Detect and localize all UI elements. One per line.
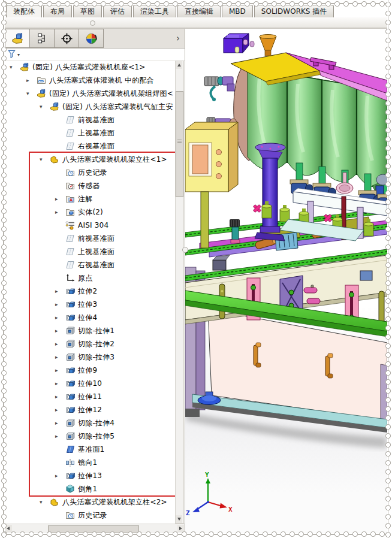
tree-item[interactable]: ▸A注解 <box>5 192 185 205</box>
ribbon-tab[interactable]: SOLIDWORKS 插件 <box>254 5 334 17</box>
tree-item-label: 拉伸13 <box>78 471 102 481</box>
tree-item[interactable]: ▸拉伸11 <box>5 390 185 403</box>
horizontal-scroll-thumb[interactable] <box>48 525 139 533</box>
machine-3d-model: Y X Z <box>185 29 387 533</box>
expand-arrow-icon[interactable]: ▾ <box>40 156 50 162</box>
tree-item-label: 拉伸11 <box>78 392 102 402</box>
tree-item[interactable]: ▾八头活塞式灌装机机架立柱<2> <box>5 495 185 509</box>
expand-arrow-icon[interactable]: ▸ <box>55 420 65 426</box>
ribbon-tab[interactable]: 装配体 <box>6 5 42 17</box>
tree-item[interactable]: ▸拉伸3 <box>5 298 185 311</box>
ribbon-tab[interactable]: 草图 <box>73 5 102 17</box>
ribbon-tab[interactable]: 渲染工具 <box>133 5 176 17</box>
tree-item-label: 上视基准面 <box>78 128 114 138</box>
expand-arrow-icon[interactable]: ▸ <box>55 288 65 294</box>
tree-item[interactable]: AISI 304 <box>5 219 185 232</box>
tree-item[interactable]: 原点 <box>5 271 185 285</box>
tree-item[interactable]: 基准面1 <box>5 443 185 456</box>
tree-item[interactable]: ▸切除-拉伸2 <box>5 337 185 350</box>
tree-item[interactable]: ▸拉伸12 <box>5 403 185 416</box>
tree-item[interactable]: ▾(固定) 八头活塞式灌装机机架组焊图< <box>5 87 185 100</box>
tree-item[interactable]: 倒角1 <box>5 482 185 495</box>
expand-arrow-icon[interactable]: ▾ <box>40 499 50 505</box>
panel-tab[interactable] <box>55 29 79 48</box>
tree-item[interactable]: 镜向1 <box>5 456 185 469</box>
ribbon-tab[interactable]: MBD <box>222 5 253 17</box>
triad-x-label: X <box>228 506 233 513</box>
expand-arrow-icon[interactable]: ▸ <box>26 77 37 83</box>
tree-item-label: 拉伸4 <box>78 313 97 323</box>
scroll-left-button[interactable] <box>5 525 12 532</box>
tree-item[interactable]: ▸八头活塞式液体灌装机 中的配合 <box>5 74 185 87</box>
tree-item[interactable]: ▸拉伸10 <box>5 377 185 390</box>
ribbon-splitter-handle[interactable] <box>90 20 95 26</box>
tree-item[interactable]: ▾(固定) 八头活塞式灌装机气缸主安 <box>5 100 185 113</box>
plane-icon <box>65 234 75 243</box>
tree-item[interactable]: ▸切除-拉伸5 <box>5 430 185 443</box>
graphics-viewport[interactable]: Y X Z <box>185 29 387 533</box>
tree-item-label: 注解 <box>78 194 92 204</box>
filter-funnel-icon[interactable] <box>7 49 16 61</box>
expand-arrow-icon[interactable]: ▸ <box>55 315 65 321</box>
tree-item-label: 拉伸3 <box>78 300 97 310</box>
tree-item[interactable]: ▸拉伸13 <box>5 469 185 482</box>
tree-item-label: 切除-拉伸5 <box>78 431 114 442</box>
expand-arrow-icon[interactable]: ▸ <box>55 301 65 307</box>
tree-item[interactable]: ▸切除-拉伸4 <box>5 416 185 430</box>
tree-item-label: 右视基准面 <box>78 260 114 270</box>
tree-item[interactable]: ▾(固定) 八头活塞式灌装机机座<1> <box>5 61 185 74</box>
expand-arrow-icon[interactable]: ▸ <box>55 367 65 373</box>
tree-item[interactable]: ▾八头活塞式灌装机机架立柱<1> <box>5 153 185 166</box>
expand-arrow-icon[interactable]: ▾ <box>40 104 50 110</box>
sensors-icon <box>65 181 75 191</box>
tree-item[interactable]: ▸切除-拉伸1 <box>5 324 185 337</box>
tree-item[interactable]: 前视基准面 <box>5 113 185 126</box>
tree-item[interactable]: 前视基准面 <box>5 232 185 245</box>
tree-item[interactable]: 历史记录 <box>5 509 185 522</box>
tree-horizontal-scrollbar[interactable] <box>5 524 185 533</box>
expand-arrow-icon[interactable]: ▸ <box>55 407 65 413</box>
panel-tab[interactable] <box>30 29 55 48</box>
expand-arrow-icon[interactable]: ▸ <box>55 354 65 360</box>
expand-arrow-icon[interactable]: ▸ <box>55 341 65 347</box>
expand-arrow-icon[interactable]: ▾ <box>10 64 20 70</box>
expand-arrow-icon[interactable]: ▸ <box>55 328 65 334</box>
expand-arrow-icon[interactable]: ▸ <box>55 196 65 202</box>
tree-item[interactable]: ▸拉伸4 <box>5 311 185 324</box>
tree-item-label: 原点 <box>78 273 92 283</box>
expand-arrow-icon[interactable]: ▸ <box>55 394 65 400</box>
expand-arrow-icon[interactable]: ▸ <box>55 433 65 439</box>
expand-arrow-icon[interactable]: ▸ <box>55 209 65 215</box>
tree-item-label: 拉伸2 <box>78 286 97 297</box>
coordinate-triad: Y X Z <box>186 471 233 517</box>
panel-tab[interactable] <box>79 29 104 48</box>
tree-item[interactable]: ▸实体(2) <box>5 205 185 219</box>
tree-item[interactable]: 右视基准面 <box>5 140 185 153</box>
expand-arrow-icon[interactable]: ▸ <box>55 473 65 479</box>
tree-item[interactable]: 右视基准面 <box>5 258 185 271</box>
tree-item[interactable]: 上视基准面 <box>5 126 185 140</box>
panel-overflow-chevron[interactable]: › <box>171 29 185 47</box>
tree-item[interactable]: ▸拉伸2 <box>5 285 185 298</box>
ribbon-tab[interactable]: 评估 <box>103 5 132 17</box>
filter-dropdown-caret[interactable]: ▾ <box>17 52 20 58</box>
ribbon-tab[interactable]: 直接编辑 <box>177 5 221 17</box>
tree-item[interactable]: 传感器 <box>5 179 185 192</box>
tree-item[interactable]: ▸切除-拉伸3 <box>5 350 185 364</box>
vertical-scroll-thumb[interactable] <box>176 91 183 197</box>
scroll-right-button[interactable] <box>177 525 184 532</box>
scroll-down-button[interactable] <box>176 515 182 523</box>
panel-tab[interactable] <box>5 29 30 48</box>
tree-vertical-scrollbar[interactable] <box>175 61 184 524</box>
tree-item[interactable]: 上视基准面 <box>5 245 185 258</box>
triad-z-label: Z <box>186 509 190 517</box>
panel-tab-bar: › <box>5 29 185 49</box>
panel-splitter-handle[interactable] <box>182 247 188 253</box>
featuremanager-panel: › ▾ ▾(固定) 八头活塞式灌装机机座<1>▸八头活塞式液体灌装机 中的配合▾… <box>5 29 185 533</box>
expand-arrow-icon[interactable]: ▸ <box>55 380 65 386</box>
expand-arrow-icon[interactable]: ▾ <box>26 90 37 96</box>
ribbon-tab[interactable]: 布局 <box>43 5 72 17</box>
tree-item[interactable]: ▸拉伸9 <box>5 364 185 377</box>
scroll-up-button[interactable] <box>176 61 182 69</box>
tree-item[interactable]: 历史记录 <box>5 166 185 179</box>
